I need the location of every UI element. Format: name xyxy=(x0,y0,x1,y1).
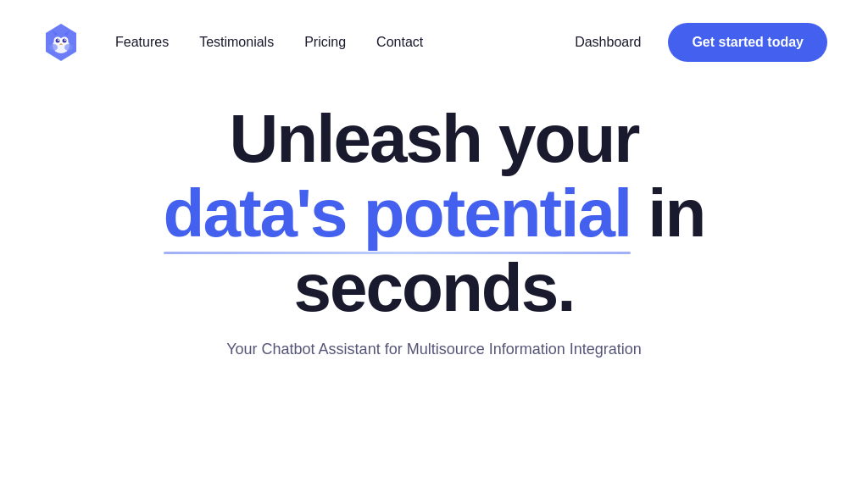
svg-point-11 xyxy=(49,44,58,51)
nav-right: Dashboard Get started today xyxy=(575,23,827,62)
hero-line3: seconds. xyxy=(294,250,575,325)
nav-link-testimonials[interactable]: Testimonials xyxy=(199,35,274,49)
nav-links: Features Testimonials Pricing Contact xyxy=(115,35,423,50)
svg-point-12 xyxy=(64,44,73,51)
svg-point-7 xyxy=(64,39,66,41)
cta-button[interactable]: Get started today xyxy=(668,23,827,62)
hero-line2-rest: in xyxy=(631,175,704,251)
hero-subtext: Your Chatbot Assistant for Multisource I… xyxy=(226,341,642,358)
nav-item-pricing[interactable]: Pricing xyxy=(304,35,346,50)
svg-point-5 xyxy=(63,39,67,43)
hero-highlight: data's potential xyxy=(164,176,632,251)
logo[interactable] xyxy=(41,22,81,63)
dashboard-link[interactable]: Dashboard xyxy=(575,35,641,50)
navbar: Features Testimonials Pricing Contact Da… xyxy=(0,0,868,85)
nav-link-pricing[interactable]: Pricing xyxy=(304,35,346,49)
svg-point-6 xyxy=(58,39,59,41)
svg-point-4 xyxy=(56,39,60,43)
nav-link-contact[interactable]: Contact xyxy=(376,35,423,49)
nav-link-features[interactable]: Features xyxy=(115,35,169,49)
logo-icon xyxy=(41,22,81,63)
nav-item-testimonials[interactable]: Testimonials xyxy=(199,35,274,50)
nav-item-features[interactable]: Features xyxy=(115,35,169,50)
nav-left: Features Testimonials Pricing Contact xyxy=(41,22,423,63)
hero-line1: Unleash your xyxy=(230,101,639,176)
hero-section: Unleash your data's potential in seconds… xyxy=(0,85,868,358)
nav-item-contact[interactable]: Contact xyxy=(376,35,423,50)
hero-headline: Unleash your data's potential in seconds… xyxy=(164,102,705,325)
